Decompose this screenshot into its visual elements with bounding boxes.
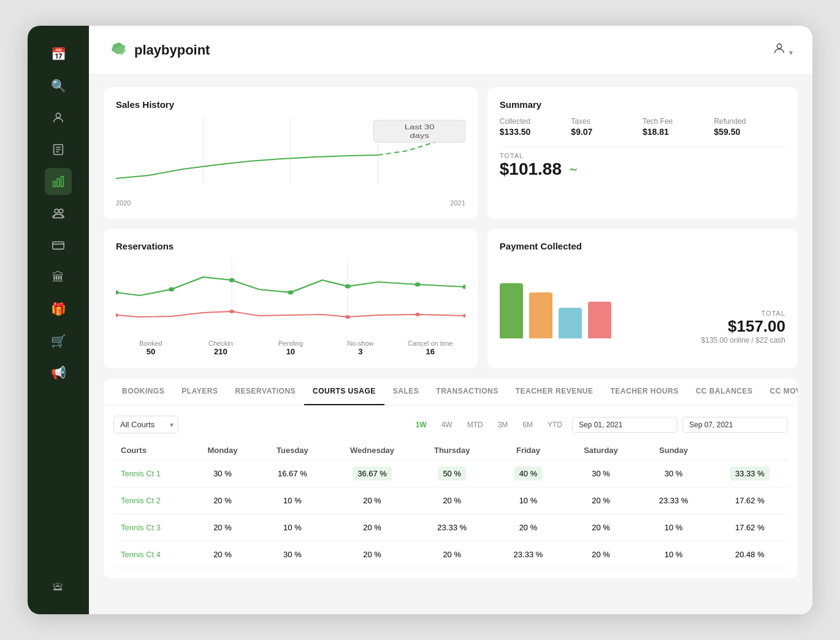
sidebar-item-analytics[interactable]	[45, 168, 72, 195]
svg-rect-6	[57, 178, 59, 186]
court-cell: 16.67 %	[254, 460, 330, 487]
logo: playbypoint	[109, 40, 210, 60]
taxes-value: $9.07	[571, 127, 643, 137]
svg-rect-7	[61, 177, 64, 187]
tech-fee-value: $18.81	[643, 127, 714, 137]
svg-rect-10	[53, 242, 64, 250]
summary-collected: Collected $133.50	[500, 117, 571, 137]
svg-point-28	[415, 283, 421, 287]
court-cell: 20 %	[567, 514, 636, 541]
sidebar-item-institution[interactable]: 🏛	[45, 264, 72, 291]
period-4w[interactable]: 4W	[437, 417, 457, 432]
payment-collected-card: Payment Collected TOTAL $157.00 $135.00 …	[487, 229, 798, 368]
court-cell: 10 %	[254, 487, 330, 514]
period-1w[interactable]: 1W	[411, 417, 432, 432]
res-noshow: No-show 3	[326, 340, 395, 356]
period-ytd[interactable]: YTD	[543, 417, 567, 432]
court-name[interactable]: Tennis Ct 2	[113, 487, 191, 514]
svg-point-30	[116, 313, 118, 317]
col-header-thursday: Thursday	[414, 441, 490, 460]
tab-courts-usage[interactable]: COURTS USAGE	[304, 378, 384, 405]
sales-history-card: Sales History	[104, 87, 478, 219]
period-6m[interactable]: 6M	[517, 417, 538, 432]
svg-point-23	[116, 291, 119, 295]
payment-total-value: $157.00	[701, 317, 785, 336]
sidebar-item-cards[interactable]	[45, 232, 72, 259]
sidebar-item-members[interactable]	[45, 200, 72, 227]
tab-bookings[interactable]: BOOKINGS	[113, 378, 173, 405]
courts-select[interactable]: All Courts Tennis Ct 1 Tennis Ct 2 Tenni…	[113, 416, 178, 433]
sidebar-item-cart[interactable]: 🛒	[45, 327, 72, 354]
sidebar: 📅 🔍 🏛 🎁 🛒 📢 🛎	[28, 26, 89, 614]
svg-text:Last 30: Last 30	[405, 123, 435, 131]
court-cell: 20 %	[191, 541, 254, 568]
svg-point-32	[345, 315, 350, 319]
sidebar-item-service[interactable]: 🛎	[45, 573, 72, 600]
court-cell: 20 %	[191, 514, 254, 541]
table-row: Tennis Ct 130 %16.67 %36.67 %50 %40 %30 …	[113, 460, 788, 487]
court-name[interactable]: Tennis Ct 4	[113, 541, 191, 568]
court-cell: 33.33 %	[712, 460, 788, 487]
court-name[interactable]: Tennis Ct 1	[113, 460, 191, 487]
date-to[interactable]	[682, 417, 788, 433]
court-cell: 17.62 %	[712, 514, 788, 541]
court-cell: 20 %	[414, 487, 490, 514]
tab-cc-balances[interactable]: CC BALANCES	[687, 378, 762, 405]
chart-year-end: 2021	[450, 199, 465, 207]
tab-reservations[interactable]: RESERVATIONS	[226, 378, 304, 405]
summary-tech-fee: Tech Fee $18.81	[643, 117, 714, 137]
sidebar-item-promo[interactable]: 📢	[45, 359, 72, 386]
tab-teacher-hours[interactable]: TEACHER HOURS	[602, 378, 687, 405]
res-booked: Booked 50	[116, 340, 186, 356]
bar-2	[529, 292, 552, 338]
reservations-title: Reservations	[116, 241, 465, 251]
refunded-label: Refunded	[714, 117, 785, 126]
tab-sales[interactable]: SALES	[384, 378, 428, 405]
sidebar-item-report[interactable]	[45, 136, 72, 163]
date-from[interactable]	[572, 417, 678, 433]
table-row: Tennis Ct 320 %10 %20 %23.33 %20 %20 %10…	[113, 514, 788, 541]
court-cell: 50 %	[414, 460, 490, 487]
taxes-label: Taxes	[571, 117, 643, 126]
svg-point-9	[59, 209, 63, 213]
tech-fee-label: Tech Fee	[643, 117, 714, 126]
court-cell: 20 %	[330, 514, 414, 541]
tab-players[interactable]: PLAYERS	[173, 378, 226, 405]
svg-rect-5	[53, 181, 56, 186]
svg-point-27	[345, 284, 351, 289]
svg-point-8	[55, 209, 58, 213]
sidebar-item-gifts[interactable]: 🎁	[45, 295, 72, 322]
collected-label: Collected	[500, 117, 571, 126]
court-cell: 17.62 %	[712, 487, 788, 514]
col-header-courts: Courts	[113, 441, 191, 460]
summary-card: Summary Collected $133.50 Taxes $9.07 Te…	[487, 87, 798, 219]
period-3m[interactable]: 3M	[493, 417, 513, 432]
svg-point-24	[169, 288, 174, 292]
tab-teacher-revenue[interactable]: TEACHER REVENUE	[507, 378, 602, 405]
tabs-section: BOOKINGS PLAYERS RESERVATIONS COURTS USA…	[104, 378, 798, 578]
courts-content: All Courts Tennis Ct 1 Tennis Ct 2 Tenni…	[104, 406, 798, 578]
court-cell: 20 %	[567, 487, 636, 514]
svg-point-25	[229, 278, 235, 283]
period-mtd[interactable]: MTD	[462, 417, 488, 432]
svg-point-26	[288, 291, 293, 295]
tab-transactions[interactable]: TRANSACTIONS	[427, 378, 506, 405]
col-header-sunday: Sunday	[635, 441, 711, 460]
res-checkin: Checkin 210	[186, 340, 256, 356]
user-menu[interactable]: ▾	[773, 42, 793, 58]
sidebar-item-users[interactable]	[45, 104, 72, 131]
court-cell: 23.33 %	[414, 514, 490, 541]
sales-history-chart: Last 30 days	[116, 117, 465, 197]
sidebar-item-search[interactable]: 🔍	[45, 72, 72, 99]
sidebar-item-calendar[interactable]: 📅	[45, 40, 72, 67]
svg-point-31	[229, 310, 234, 313]
col-header-tuesday: Tuesday	[254, 441, 330, 460]
court-cell: 20 %	[330, 487, 414, 514]
court-cell: 20 %	[330, 541, 414, 568]
court-cell: 10 %	[490, 487, 566, 514]
bar-1	[500, 283, 523, 338]
bar-4	[588, 302, 611, 338]
total-label: TOTAL	[500, 152, 785, 159]
court-name[interactable]: Tennis Ct 3	[113, 514, 191, 541]
tab-cc-movements[interactable]: CC MOVEMENTS	[762, 378, 798, 405]
